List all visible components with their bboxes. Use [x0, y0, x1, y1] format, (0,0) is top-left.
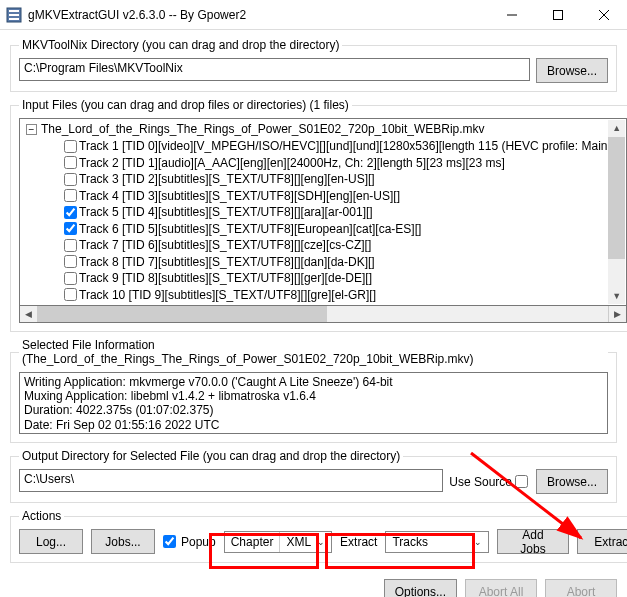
mkvtoolnix-browse-button[interactable]: Browse... — [536, 58, 608, 83]
track-checkbox[interactable] — [64, 206, 77, 219]
svg-rect-5 — [554, 10, 563, 19]
extract-mode-value: Tracks — [392, 535, 428, 549]
minimize-button[interactable] — [489, 0, 535, 30]
vertical-scrollbar-thumb[interactable] — [608, 137, 625, 259]
file-info-group: Selected File Information (The_Lord_of_t… — [10, 338, 617, 443]
track-row[interactable]: Track 10 [TID 9][subtitles][S_TEXT/UTF8]… — [26, 287, 624, 304]
track-checkbox[interactable] — [64, 189, 77, 202]
chevron-down-icon: ⌄ — [474, 537, 482, 547]
track-label: Track 3 [TID 2][subtitles][S_TEXT/UTF8][… — [79, 171, 375, 188]
track-label: Track 2 [TID 1][audio][A_AAC][eng][en][2… — [79, 155, 505, 172]
track-row[interactable]: Track 7 [TID 6][subtitles][S_TEXT/UTF8][… — [26, 237, 624, 254]
output-dir-input[interactable]: C:\Users\ — [19, 469, 443, 492]
info-duration: Duration: 4022.375s (01:07:02.375) — [24, 403, 603, 417]
log-button[interactable]: Log... — [19, 529, 83, 554]
track-row[interactable]: Track 5 [TID 4][subtitles][S_TEXT/UTF8][… — [26, 204, 624, 221]
actions-group: Actions Log... Jobs... Popup Chapter XML… — [10, 509, 627, 563]
scroll-up-icon: ▲ — [612, 123, 621, 133]
jobs-button[interactable]: Jobs... — [91, 529, 155, 554]
track-row[interactable]: Track 1 [TID 0][video][V_MPEGH/ISO/HEVC]… — [26, 138, 624, 155]
maximize-button[interactable] — [535, 0, 581, 30]
track-row[interactable]: Track 9 [TID 8][subtitles][S_TEXT/UTF8][… — [26, 270, 624, 287]
window-title: gMKVExtractGUI v2.6.3.0 -- By Gpower2 — [28, 8, 489, 22]
chapter-combo-value: XML — [286, 535, 311, 549]
extract-mode-label: Extract — [340, 535, 377, 549]
track-row[interactable]: Track 8 [TID 7][subtitles][S_TEXT/UTF8][… — [26, 254, 624, 271]
track-checkbox[interactable] — [64, 140, 77, 153]
add-jobs-button[interactable]: Add Jobs — [497, 529, 569, 554]
tree-collapse-toggle[interactable]: − — [26, 124, 37, 135]
input-files-group: Input Files (you can drag and drop files… — [10, 98, 627, 332]
use-source-label: Use Source — [449, 475, 512, 489]
svg-rect-2 — [9, 14, 19, 16]
file-info-legend: Selected File Information (The_Lord_of_t… — [19, 338, 608, 366]
scroll-left-icon: ◀ — [25, 309, 32, 319]
mkvtoolnix-dir-legend: MKVToolNix Directory (you can drag and d… — [19, 38, 342, 52]
track-checkbox[interactable] — [64, 173, 77, 186]
track-row[interactable]: Track 6 [TID 5][subtitles][S_TEXT/UTF8][… — [26, 221, 624, 238]
actions-legend: Actions — [19, 509, 64, 523]
track-checkbox[interactable] — [64, 288, 77, 301]
info-date: Date: Fri Sep 02 01:55:16 2022 UTC — [24, 418, 603, 432]
track-label: Track 9 [TID 8][subtitles][S_TEXT/UTF8][… — [79, 270, 372, 287]
track-label: Track 10 [TID 9][subtitles][S_TEXT/UTF8]… — [79, 287, 376, 304]
track-checkbox[interactable] — [64, 222, 77, 235]
mkvtoolnix-dir-group: MKVToolNix Directory (you can drag and d… — [10, 38, 617, 92]
track-label: Track 1 [TID 0][video][V_MPEGH/ISO/HEVC]… — [79, 138, 624, 155]
chapter-combo[interactable]: Chapter XML ⌄ — [224, 531, 332, 553]
track-row[interactable]: Track 3 [TID 2][subtitles][S_TEXT/UTF8][… — [26, 171, 624, 188]
horizontal-scrollbar[interactable]: ◀ ▶ — [19, 306, 627, 323]
abort-button[interactable]: Abort — [545, 579, 617, 597]
extract-button[interactable]: Extract — [577, 529, 627, 554]
chapter-combo-label: Chapter — [225, 532, 281, 552]
options-button[interactable]: Options... — [384, 579, 457, 597]
output-browse-button[interactable]: Browse... — [536, 469, 608, 494]
vertical-scrollbar[interactable]: ▲ ▼ — [608, 120, 625, 304]
use-source-checkbox[interactable] — [515, 475, 528, 488]
svg-rect-1 — [9, 10, 19, 12]
scroll-right-icon: ▶ — [614, 309, 621, 319]
abort-all-button[interactable]: Abort All — [465, 579, 537, 597]
track-label: Track 6 [TID 5][subtitles][S_TEXT/UTF8][… — [79, 221, 421, 238]
scroll-down-icon: ▼ — [612, 291, 621, 301]
svg-rect-3 — [9, 18, 19, 20]
input-files-legend: Input Files (you can drag and drop files… — [19, 98, 352, 112]
popup-checkbox[interactable] — [163, 535, 176, 548]
file-info-text[interactable]: Writing Application: mkvmerge v70.0.0 ('… — [19, 372, 608, 434]
track-checkbox[interactable] — [64, 255, 77, 268]
info-muxing-app: Muxing Application: libebml v1.4.2 + lib… — [24, 389, 603, 403]
extract-mode-select[interactable]: Tracks ⌄ — [385, 531, 489, 553]
mkvtoolnix-dir-input[interactable]: C:\Program Files\MKVToolNix — [19, 58, 530, 81]
track-label: Track 7 [TID 6][subtitles][S_TEXT/UTF8][… — [79, 237, 371, 254]
track-row[interactable]: Track 2 [TID 1][audio][A_AAC][eng][en][2… — [26, 155, 624, 172]
track-checkbox[interactable] — [64, 239, 77, 252]
info-writing-app: Writing Application: mkvmerge v70.0.0 ('… — [24, 375, 603, 389]
output-dir-group: Output Directory for Selected File (you … — [10, 449, 617, 503]
track-label: Track 4 [TID 3][subtitles][S_TEXT/UTF8][… — [79, 188, 400, 205]
app-icon — [6, 7, 22, 23]
close-button[interactable] — [581, 0, 627, 30]
track-label: Track 5 [TID 4][subtitles][S_TEXT/UTF8][… — [79, 204, 373, 221]
track-row[interactable]: Track 4 [TID 3][subtitles][S_TEXT/UTF8][… — [26, 188, 624, 205]
chevron-down-icon: ⌄ — [317, 537, 325, 547]
popup-label: Popup — [181, 535, 216, 549]
tree-file-label[interactable]: The_Lord_of_the_Rings_The_Rings_of_Power… — [41, 121, 485, 138]
track-label: Track 8 [TID 7][subtitles][S_TEXT/UTF8][… — [79, 254, 375, 271]
track-checkbox[interactable] — [64, 272, 77, 285]
output-dir-legend: Output Directory for Selected File (you … — [19, 449, 403, 463]
track-checkbox[interactable] — [64, 156, 77, 169]
input-files-tree[interactable]: −The_Lord_of_the_Rings_The_Rings_of_Powe… — [19, 118, 627, 306]
horizontal-scrollbar-thumb[interactable] — [37, 306, 327, 322]
